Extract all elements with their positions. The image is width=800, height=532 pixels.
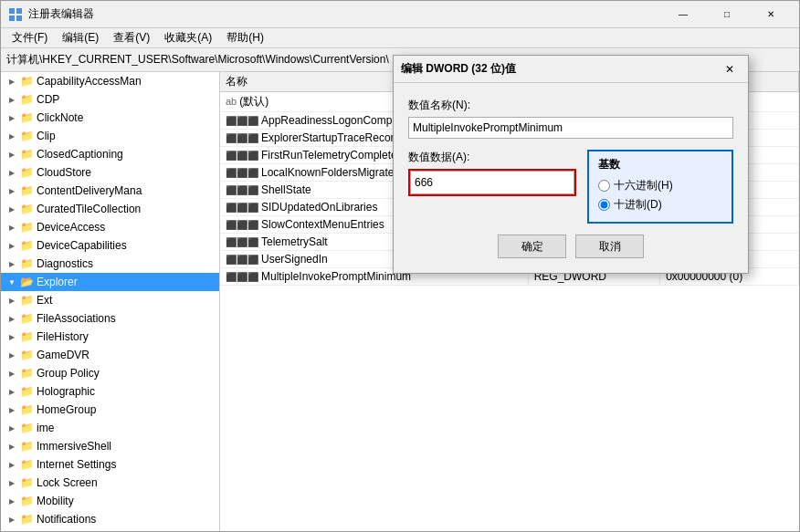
folder-icon: 📁: [19, 147, 34, 162]
tree-item-gamedvr[interactable]: ▶ 📁 GameDVR: [1, 346, 219, 364]
folder-icon: 📁: [19, 256, 34, 271]
svg-rect-3: [16, 16, 22, 21]
expand-arrow: ▶: [5, 132, 19, 141]
folder-icon: 📁: [19, 238, 34, 253]
svg-rect-2: [9, 16, 15, 21]
maximize-button[interactable]: □: [706, 1, 748, 28]
tree-item-explorer[interactable]: ▼ 📂 Explorer: [1, 273, 219, 291]
tree-item-label: Ext: [37, 294, 52, 307]
value-name-input[interactable]: [408, 117, 733, 139]
expand-arrow: ▶: [5, 516, 19, 524]
tree-item-deviceaccess[interactable]: ▶ 📁 DeviceAccess: [1, 218, 219, 236]
tree-item-label: CuratedTileCollection: [37, 203, 141, 215]
tree-item-devicecapabilities[interactable]: ▶ 📁 DeviceCapabilities: [1, 236, 219, 255]
tree-item-closedcaptioning[interactable]: ▶ 📁 ClosedCaptioning: [1, 145, 219, 163]
dialog-title-text: 编辑 DWORD (32 位)值: [401, 61, 516, 77]
value-data-input[interactable]: [410, 171, 574, 194]
tree-item-capabilityaccessman[interactable]: ▶ 📁 CapabilityAccessMan: [1, 72, 219, 90]
menu-help[interactable]: 帮助(H): [219, 28, 271, 47]
base-box: 基数 十六进制(H) 十进制(D): [587, 150, 733, 224]
base-group-title: 基数: [598, 157, 722, 172]
base-group: 基数 十六进制(H) 十进制(D): [587, 150, 733, 224]
tree-item-homegroup[interactable]: ▶ 📁 HomeGroup: [1, 401, 219, 419]
tree-panel[interactable]: ▶ 📁 CapabilityAccessMan ▶ 📁 CDP ▶ 📁 Clic…: [1, 72, 220, 531]
title-bar-left: 注册表编辑器: [8, 6, 94, 22]
svg-rect-1: [16, 8, 22, 14]
folder-icon: 📁: [19, 110, 34, 125]
value-input-wrapper: [408, 169, 576, 196]
tree-item-ime[interactable]: ▶ 📁 ime: [1, 419, 219, 437]
tree-item-label: GameDVR: [37, 349, 89, 361]
expand-arrow: ▶: [5, 205, 19, 214]
folder-icon: 📁: [19, 457, 34, 472]
menu-favorites[interactable]: 收藏夹(A): [157, 28, 219, 47]
expand-arrow: ▶: [5, 388, 19, 396]
app-icon: [8, 7, 23, 22]
minimize-button[interactable]: —: [662, 1, 704, 28]
folder-icon: 📁: [19, 165, 34, 180]
dec-radio[interactable]: [598, 199, 610, 211]
expand-arrow: ▶: [5, 187, 19, 195]
folder-icon: 📁: [19, 475, 34, 490]
ok-button[interactable]: 确定: [498, 235, 566, 258]
hex-radio[interactable]: [598, 180, 610, 192]
expand-arrow: ▶: [5, 370, 19, 378]
tree-item-grouppolicy[interactable]: ▶ 📁 Group Policy: [1, 364, 219, 382]
value-data-box: 数值数据(A):: [408, 150, 576, 224]
folder-icon: 📁: [19, 439, 34, 454]
expand-arrow: ▶: [5, 406, 19, 414]
close-button[interactable]: ✕: [750, 1, 792, 28]
tree-item-filehistory[interactable]: ▶ 📁 FileHistory: [1, 328, 219, 346]
expand-arrow: ▶: [5, 78, 19, 86]
tree-item-cdp[interactable]: ▶ 📁 CDP: [1, 90, 219, 109]
tree-item-label: FileHistory: [37, 330, 89, 343]
expand-arrow: ▶: [5, 151, 19, 159]
tree-item-contentdeliverymana[interactable]: ▶ 📁 ContentDeliveryMana: [1, 182, 219, 200]
tree-item-notifications[interactable]: ▶ 📁 Notifications: [1, 510, 219, 528]
tree-item-label: Holographic: [37, 385, 95, 398]
menu-view[interactable]: 查看(V): [106, 28, 157, 47]
tree-item-mobility[interactable]: ▶ 📁 Mobility: [1, 492, 219, 510]
expand-arrow: ▶: [5, 443, 19, 451]
menu-bar: 文件(F) 编辑(E) 查看(V) 收藏夹(A) 帮助(H): [1, 28, 799, 48]
radio-hex[interactable]: 十六进制(H): [598, 178, 722, 193]
expand-arrow: ▶: [5, 479, 19, 487]
tree-item-clip[interactable]: ▶ 📁 Clip: [1, 127, 219, 145]
tree-item-label: Notifications: [37, 513, 96, 526]
tree-item-label: CDP: [37, 93, 59, 106]
dialog-title-bar: 编辑 DWORD (32 位)值 ✕: [394, 56, 748, 83]
tree-item-label: Internet Settings: [37, 458, 116, 471]
expand-arrow: ▶: [5, 114, 19, 122]
expand-arrow: ▶: [5, 333, 19, 341]
folder-icon: 📁: [19, 311, 34, 326]
title-bar-controls: — □ ✕: [662, 1, 792, 28]
cancel-button[interactable]: 取消: [575, 235, 644, 258]
folder-icon: 📁: [19, 92, 34, 107]
tree-item-label: Group Policy: [37, 367, 100, 380]
radio-dec[interactable]: 十进制(D): [598, 197, 722, 213]
tree-item-lockscreen[interactable]: ▶ 📁 Lock Screen: [1, 474, 219, 492]
expand-arrow: ▼: [5, 278, 19, 287]
dialog-buttons: 确定 取消: [408, 235, 733, 258]
tree-item-ext[interactable]: ▶ 📁 Ext: [1, 291, 219, 309]
tree-item-internetsettings[interactable]: ▶ 📁 Internet Settings: [1, 455, 219, 474]
svg-rect-0: [9, 8, 15, 14]
value-name-label: 数值名称(N):: [408, 98, 733, 113]
tree-item-immersiveshell[interactable]: ▶ 📁 ImmersiveShell: [1, 437, 219, 455]
folder-icon: 📁: [19, 220, 34, 235]
folder-icon: 📁: [19, 202, 34, 216]
dialog-content: 数值名称(N): 数值数据(A): 基数 十: [394, 83, 748, 273]
menu-file[interactable]: 文件(F): [5, 28, 55, 47]
tree-item-fileassociations[interactable]: ▶ 📁 FileAssociations: [1, 309, 219, 328]
tree-item-holographic[interactable]: ▶ 📁 Holographic: [1, 382, 219, 401]
folder-icon: 📁: [19, 129, 34, 143]
menu-edit[interactable]: 编辑(E): [55, 28, 106, 47]
tree-item-curatedtilecollection[interactable]: ▶ 📁 CuratedTileCollection: [1, 200, 219, 218]
tree-item-clicknote[interactable]: ▶ 📁 ClickNote: [1, 109, 219, 127]
dialog-close-button[interactable]: ✕: [719, 59, 741, 79]
tree-item-diagnostics[interactable]: ▶ 📁 Diagnostics: [1, 255, 219, 273]
tree-item-label: ime: [37, 422, 54, 434]
tree-item-label: CapabilityAccessMan: [37, 75, 142, 88]
dec-label: 十进制(D): [614, 197, 662, 213]
tree-item-cloudstore[interactable]: ▶ 📁 CloudStore: [1, 163, 219, 182]
